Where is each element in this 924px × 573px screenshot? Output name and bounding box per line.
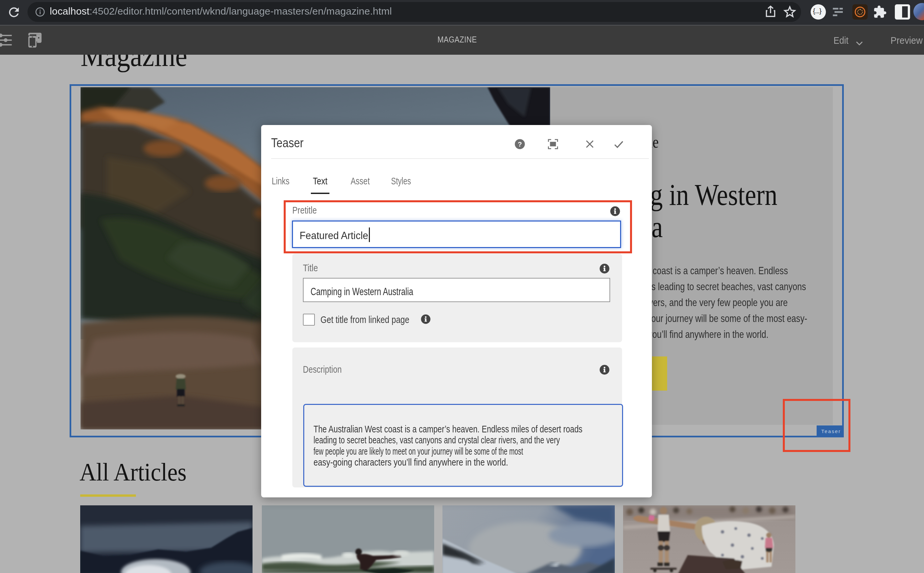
svg-text:?: ? <box>518 140 522 148</box>
